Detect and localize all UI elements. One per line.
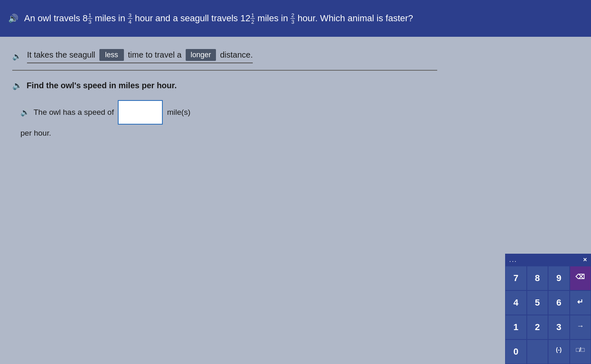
calc-btn-2[interactable]: 2 <box>527 315 548 339</box>
calc-btn-7[interactable]: 7 <box>505 266 527 290</box>
calc-btn-enter[interactable]: ↵ <box>570 290 591 315</box>
header-bar: 🔊 An owl travels 813 miles in 34 hour an… <box>0 0 591 37</box>
word2-box: longer <box>186 49 216 61</box>
section-heading: 🔊 Find the owl's speed in miles per hour… <box>12 80 579 90</box>
calc-close-button[interactable]: × <box>583 256 587 264</box>
calc-btn-9[interactable]: 9 <box>548 266 570 290</box>
answer-speaker-icon[interactable]: 🔊 <box>12 52 21 61</box>
calc-top-bar: ... × <box>505 254 591 266</box>
calc-btn-8[interactable]: 8 <box>527 266 548 290</box>
calc-btn-6[interactable]: 6 <box>548 290 570 315</box>
speed-input-box[interactable] <box>118 100 163 125</box>
calc-btn-backspace[interactable]: ⌫ <box>570 266 591 290</box>
speed-speaker-icon[interactable]: 🔊 <box>20 108 29 117</box>
answer-sentence: 🔊 It takes the seagull less time to trav… <box>12 49 579 63</box>
section-heading-text: Find the owl's speed in miles per hour. <box>27 81 177 90</box>
answer-prefix: It takes the seagull <box>27 50 95 60</box>
calc-btn-negative[interactable]: (-) <box>548 339 570 364</box>
section-speaker-icon[interactable]: 🔊 <box>12 80 22 90</box>
section-divider <box>12 70 437 71</box>
calc-dots: ... <box>509 256 517 264</box>
calc-btn-4[interactable]: 4 <box>505 290 527 315</box>
calculator: ... × 7 8 9 ⌫ 4 5 6 ↵ 1 2 3 → 0 (-) □/□ <box>505 254 591 364</box>
calc-grid: 7 8 9 ⌫ 4 5 6 ↵ 1 2 3 → 0 (-) □/□ <box>505 266 591 364</box>
header-speaker-icon[interactable]: 🔊 <box>8 13 18 24</box>
per-hour-text: per hour. <box>20 129 579 138</box>
answer-suffix: distance. <box>220 50 253 60</box>
calc-btn-1[interactable]: 1 <box>505 315 527 339</box>
calc-btn-fraction[interactable]: □/□ <box>570 339 591 364</box>
calc-btn-3[interactable]: 3 <box>548 315 570 339</box>
underline-section: It takes the seagull less time to travel… <box>27 49 253 63</box>
speed-prefix: The owl has a speed of <box>34 108 114 117</box>
speed-unit: mile(s) <box>167 108 190 117</box>
calc-btn-5[interactable]: 5 <box>527 290 548 315</box>
word1-box: less <box>99 49 124 61</box>
header-text: An owl travels 813 miles in 34 hour and … <box>24 12 413 25</box>
calc-btn-0[interactable]: 0 <box>505 339 527 364</box>
calc-btn-right[interactable]: → <box>570 315 591 339</box>
main-content: 🔊 It takes the seagull less time to trav… <box>0 37 591 146</box>
speed-row: 🔊 The owl has a speed of mile(s) <box>12 100 579 125</box>
answer-middle: time to travel a <box>128 50 182 60</box>
calc-btn-empty <box>527 339 548 364</box>
